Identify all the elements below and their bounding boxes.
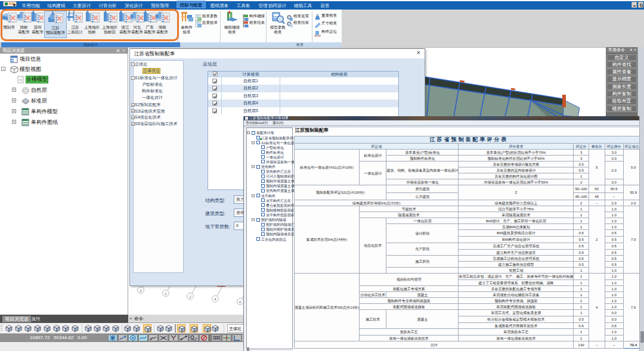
svg-text:1: 1: [165, 292, 167, 296]
svg-text:K: K: [239, 300, 242, 304]
svg-text:J: J: [190, 295, 191, 299]
svg-text:4: 4: [214, 297, 216, 301]
svg-text:2: 2: [140, 289, 142, 293]
